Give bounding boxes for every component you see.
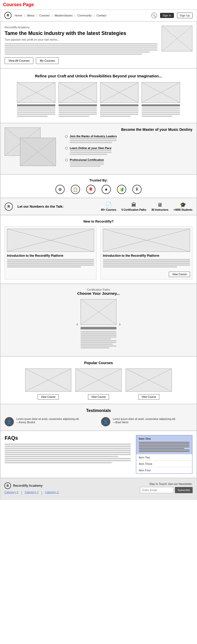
stat-instructors: 🖥 30 Instructors [151,202,168,211]
popular-grid: View Course View Course View Course [5,369,192,400]
nav-masterclasses[interactable]: Masterclasses [55,14,73,17]
popular-card-1: View Course [25,369,71,400]
testimonial-author-1: —Kenny Bostick [16,421,80,424]
trust-logo-2: 📋 [71,185,80,194]
popular-view-course-button-3[interactable]: View Course [138,394,160,400]
search-icon[interactable]: 🔍 [151,13,157,18]
feature-label-3: Professional Certification [70,158,104,161]
popular-view-course-button-2[interactable]: View Course [88,394,109,400]
popular-card-3: View Course [126,369,172,400]
nav-contact[interactable]: Contact [96,14,106,17]
testimonial-avatar-1: 👤 [5,417,14,426]
stat-instructors-number: 30 Instructors [151,208,168,211]
testimonial-author-2: —Brad Harris [113,421,176,424]
course-card-3 [100,82,139,118]
faq-accordion: Item One Item Two Item Three Item Four [136,435,192,474]
new-to-image-2 [103,229,190,252]
hero-section: Recordifly Academy Tame the Music Indust… [0,21,197,68]
stat-certifications-number: 5 Certification Paths [122,208,146,211]
cert-card [81,299,116,349]
testimonial-2: 👤 Lorem ipsum dolor sit amet, consectetu… [101,417,192,426]
feature-label-1: Join the Ranks of Industry Leaders [70,135,117,138]
students-icon: 🎓 [173,202,192,208]
cert-paths-label: Certification Paths [5,288,192,291]
new-to-image-1 [7,229,94,252]
footer-email-input[interactable] [140,487,173,493]
new-to-grid: Introduction to the Recordifly Platform … [5,226,192,279]
popular-image-3 [126,369,172,392]
course-image-2 [58,82,97,103]
faqs-list: Item One Item Two Item Three Item Four [136,435,192,474]
popular-section: Popular Courses View Course View Course … [0,356,197,404]
stat-students: 🎓 +4000 Students [173,202,192,211]
master-images [5,127,61,170]
signup-button[interactable]: Sign Up [177,13,193,18]
footer-link-3[interactable]: Category Z [45,491,59,495]
my-courses-button[interactable]: My Courses [36,57,59,64]
stat-courses-number: 60+ Courses [101,208,116,211]
cert-paths-section: Certification Paths Choose Your Journey.… [0,284,197,356]
footer-link-1[interactable]: Category X [4,491,18,495]
popular-view-course-button-1[interactable]: View Course [38,394,59,400]
stats-title: Let our Numbers do the Talk: [17,205,64,208]
footer-subscribe-button[interactable]: Subscribe [175,487,193,493]
footer-right: Stay In Touch! Join our Newsletter. Subs… [101,482,193,493]
trust-logo-4: ♠ [102,185,111,194]
faq-item-label-1: Item One [139,437,190,441]
stat-courses: 📄 60+ Courses [101,202,116,211]
radio-icon-1 [65,135,68,138]
course-card-2 [58,82,97,118]
new-to-card-2: Introduction to the Recordifly Platform … [101,226,192,279]
trust-logo-1: ⚙ [55,185,65,194]
feature-3: Professional Certification [65,158,192,168]
stats-items: 📄 60+ Courses 🏛 5 Certification Paths 🖥 … [101,202,192,211]
popular-title: Popular Courses [5,361,192,365]
footer-logo: R [4,482,11,489]
cert-paths-title: Choose Your Journey... [5,291,192,296]
course-image-1 [17,82,55,103]
faq-item-1[interactable]: Item One [136,435,192,454]
carousel-next-button[interactable]: › [119,321,121,327]
nav-courses[interactable]: Courses [39,14,50,17]
faq-item-2[interactable]: Item Two [136,454,192,461]
stat-students-number: +4000 Students [173,208,192,211]
nav-community[interactable]: Community [77,14,92,17]
signin-button[interactable]: Sign In [160,13,174,18]
faq-item-3[interactable]: Item Three [136,461,192,467]
navbar: R Home | About | Courses | Masterclasses… [0,10,197,21]
trust-logo-5: 🔰 [117,185,126,194]
hero-subtitle: Turn passion into profit on your own ter… [5,38,157,41]
courses-icon: 📄 [101,202,116,208]
faq-item-4[interactable]: Item Four [136,467,192,473]
new-to-card-1: Introduction to the Recordifly Platform [5,226,96,279]
view-course-button-2[interactable]: View Course [169,272,190,277]
stats-logo: R [5,203,13,211]
footer-newsletter-row: Subscribe [101,487,193,493]
popular-card-2: View Course [75,369,122,400]
stat-certifications: 🏛 5 Certification Paths [122,202,146,211]
testimonials-section: Testimonials 👤 Lorem ipsum dolor sit ame… [0,404,197,431]
navbar-logo: R [4,12,12,19]
course-card-4 [142,82,180,118]
course-card-1 [17,82,55,118]
footer-link-2[interactable]: Category Y [25,491,39,495]
faqs-section: FAQs Item One Item Two Item [0,431,197,478]
course-image-4 [142,82,180,103]
footer-links: Category X | Category Y | Category Z [4,491,96,495]
trust-logo-6: 🎙 [132,185,142,194]
new-to-card-title-2: Introduction to the Recordifly Platform [103,254,190,257]
footer-brand-row: R Recordifly Academy [4,482,96,489]
master-image-2 [20,138,56,166]
nav-about[interactable]: About [27,14,34,17]
testimonials-title: Testimonials [5,408,192,413]
trust-logo-3: 🎈 [86,185,95,194]
refine-section: Refine your Craft and Unlock Possibiliti… [0,68,197,123]
carousel-prev-button[interactable]: ‹ [76,321,78,327]
trusted-title: Trusted By: [5,178,192,182]
refine-title: Refine your Craft and Unlock Possibiliti… [5,74,192,78]
hero-brand: Recordifly Academy [5,26,157,29]
view-all-courses-button[interactable]: View All Courses [5,57,33,64]
page-title: Courses Page [0,0,197,10]
nav-home[interactable]: Home [15,14,22,17]
new-to-card-title-1: Introduction to the Recordifly Platform [7,254,94,257]
